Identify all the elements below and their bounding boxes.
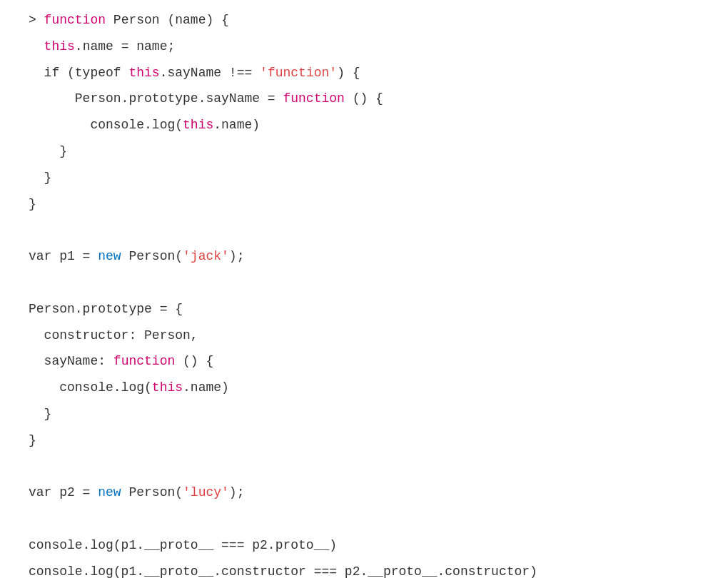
- code-line: [0, 217, 728, 243]
- code-line: console.log(p1.__proto__.constructor ===…: [0, 559, 728, 578]
- code-line: this.name = name;: [0, 34, 728, 60]
- code-container: > function Person (name) { this.name = n…: [0, 0, 728, 578]
- code-line: }: [0, 138, 728, 165]
- code-line: var p2 = new Person('lucy');: [0, 480, 728, 506]
- code-line: }: [0, 401, 728, 427]
- code-line: [0, 270, 728, 296]
- code-line: }: [0, 427, 728, 454]
- code-line: var p1 = new Person('jack');: [0, 243, 728, 270]
- code-line: sayName: function () {: [0, 348, 728, 375]
- code-line: console.log(p1.__proto__ === p2.proto__): [0, 532, 728, 559]
- code-line: > function Person (name) {: [0, 7, 728, 34]
- code-line: console.log(this.name): [0, 375, 728, 401]
- code-line: if (typeof this.sayName !== 'function') …: [0, 60, 728, 86]
- code-line: }: [0, 191, 728, 218]
- code-line: [0, 454, 728, 480]
- code-line: Person.prototype = {: [0, 296, 728, 323]
- code-line: }: [0, 165, 728, 191]
- code-lines: > function Person (name) { this.name = n…: [0, 7, 728, 578]
- code-line: Person.prototype.sayName = function () {: [0, 86, 728, 112]
- code-line: console.log(this.name): [0, 112, 728, 138]
- code-line: constructor: Person,: [0, 323, 728, 349]
- code-line: [0, 506, 728, 532]
